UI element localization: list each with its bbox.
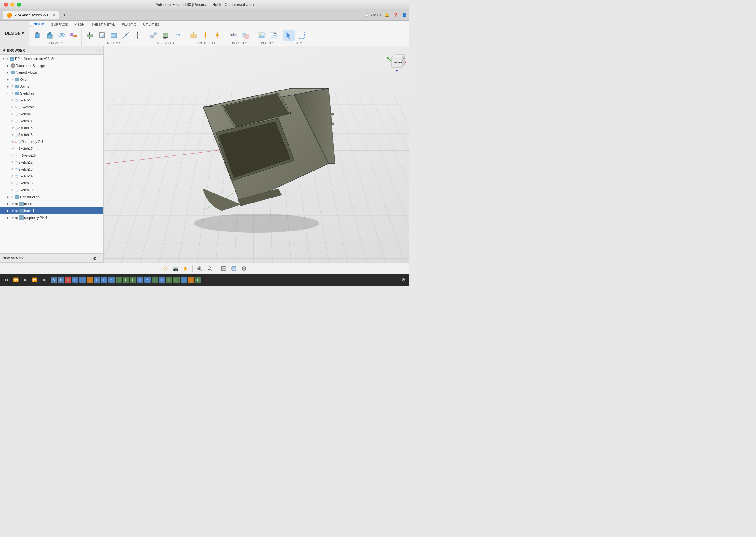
close-button[interactable] — [4, 3, 8, 7]
timeline-skip-fwd[interactable]: ⏭ — [41, 277, 48, 283]
inspect-measure-button[interactable] — [228, 29, 239, 41]
tree-item-sketch17[interactable]: 👁 ⬚ Sketch17 — [0, 145, 103, 152]
zoom-in-icon[interactable] — [195, 264, 204, 273]
back1-eye[interactable]: 👁 — [11, 209, 14, 213]
tree-item-sketch12[interactable]: 👁 ⬚ Sketch12 — [0, 159, 103, 166]
new-tab-button[interactable]: + — [60, 11, 68, 19]
timeline-item-18[interactable]: F — [173, 277, 179, 283]
tab-mesh[interactable]: MESH — [71, 22, 88, 27]
window-controls[interactable] — [4, 3, 21, 7]
sketch10-eye[interactable]: 👁 — [11, 154, 14, 157]
timeline-item-13[interactable]: E — [137, 277, 143, 283]
minimize-button[interactable] — [10, 3, 15, 7]
front1-vis-icon[interactable]: ◉ — [15, 202, 18, 206]
timeline-item-11[interactable]: F — [123, 277, 129, 283]
sidebar-resize-icon[interactable]: ⬝ — [99, 48, 101, 52]
sidebar-collapse-icon[interactable]: ◀ — [3, 48, 5, 52]
tree-item-raspberrypi4[interactable]: 👁 ⚠ ⬚ Raspberry Pi4 — [0, 138, 103, 145]
insert-svg-button[interactable]: SVG — [267, 29, 279, 41]
timeline-item-8[interactable]: E — [101, 277, 107, 283]
tab-plastic[interactable]: PLASTIC — [119, 22, 139, 27]
tab-sheet-metal[interactable]: SHEET METAL — [88, 22, 118, 27]
orbit-sun-icon[interactable] — [161, 264, 170, 273]
user-avatar[interactable]: 👤 — [402, 13, 407, 17]
tab-close-button[interactable]: ✕ — [53, 13, 55, 17]
sketch13-eye[interactable]: 👁 — [11, 168, 14, 171]
tree-item-back1[interactable]: ▶ 👁 ◉ back:1 — [0, 207, 103, 214]
tree-item-origin[interactable]: ▶ 👁 Origin — [0, 76, 103, 83]
timeline-item-9[interactable]: S — [108, 277, 115, 283]
inspect-interference-button[interactable] — [240, 29, 251, 41]
timeline-play[interactable]: ▶ — [22, 277, 28, 283]
timeline-item-20[interactable]: ⬚ — [188, 277, 194, 283]
sketch1-eye[interactable]: 👁 — [11, 99, 14, 102]
tab-solid[interactable]: SOLID — [30, 22, 47, 27]
sketch19-eye[interactable]: 👁 — [11, 188, 14, 192]
tree-item-sketch10[interactable]: 👁 ⚠ ⬚ Sketch10 — [0, 152, 103, 159]
tree-item-namedviews[interactable]: ▶ Named Views — [0, 69, 103, 76]
sketch16-eye[interactable]: 👁 — [11, 182, 14, 185]
timeline-item-15[interactable]: F — [152, 277, 158, 283]
construct-plane-button[interactable] — [188, 29, 199, 41]
timeline-item-6[interactable]: ⬚ — [87, 277, 93, 283]
timeline-item-19[interactable]: E — [180, 277, 187, 283]
tab-utilities[interactable]: UTILITIES — [140, 22, 162, 27]
tree-item-docsettings[interactable]: ▶ ⚙ Document Settings — [0, 62, 103, 69]
raspberrypi4-eye[interactable]: 👁 — [11, 140, 14, 144]
modify-fillet-button[interactable] — [96, 29, 107, 41]
tree-item-front1[interactable]: ▶ 👁 ◉ front:1 — [0, 200, 103, 207]
raspberrypi41-vis-icon[interactable]: ◉ — [15, 216, 18, 220]
front1-eye[interactable]: 👁 — [11, 202, 14, 206]
timeline-item-21[interactable]: F — [195, 277, 201, 283]
tree-item-sketch16[interactable]: 👁 ⬚ Sketch16 — [0, 180, 103, 186]
timeline-item-16[interactable]: E — [159, 277, 165, 283]
construct-axis-button[interactable] — [200, 29, 211, 41]
sketch11-eye[interactable]: 👁 — [11, 119, 14, 123]
notifications-icon[interactable]: 🔔 — [384, 13, 389, 17]
camera-icon[interactable]: 📷 — [171, 264, 180, 273]
help-icon[interactable]: ❓ — [393, 13, 398, 17]
sketches-eye[interactable]: 👁 — [11, 92, 14, 95]
tree-item-sketch19[interactable]: 👁 ⬚ Sketch19 — [0, 186, 103, 193]
assemble-motion-button[interactable] — [172, 29, 183, 41]
tree-item-raspberrypi41[interactable]: ▶ 👁 ◉ raspberry Pi4:1 — [0, 214, 103, 221]
modify-scale-button[interactable] — [120, 29, 131, 41]
create-extrude-button[interactable] — [44, 29, 56, 41]
origin-eye[interactable]: 👁 — [11, 78, 14, 81]
tree-item-sketch11[interactable]: 👁 ⬚ Sketch11 — [0, 117, 103, 124]
modify-shell-button[interactable] — [108, 29, 119, 41]
timeline-item-12[interactable]: F — [130, 277, 136, 283]
tree-item-construction[interactable]: ▶ 👁 Construction — [0, 193, 103, 200]
timeline-item-1[interactable]: S — [51, 277, 57, 283]
tree-item-sketch13[interactable]: 👁 ⬚ Sketch13 — [0, 166, 103, 173]
modify-press-pull-button[interactable] — [84, 29, 96, 41]
timeline-item-2[interactable]: S — [58, 277, 64, 283]
comments-add-icon[interactable]: ⊕ — [93, 256, 97, 261]
visual-style-icon[interactable] — [229, 264, 238, 273]
insert-image-button[interactable] — [256, 29, 267, 41]
tree-item-sketches[interactable]: ▼ 👁 Sketches — [0, 90, 103, 97]
comments-resize-icon[interactable]: ⬝ — [99, 256, 101, 260]
sketch17-eye[interactable]: 👁 — [11, 147, 14, 150]
sketch18-eye[interactable]: 👁 — [11, 126, 14, 130]
sketch12-eye[interactable]: 👁 — [11, 161, 14, 164]
tree-item-joints[interactable]: ▶ 👁 Joints — [0, 83, 103, 90]
select-button[interactable] — [284, 29, 295, 41]
tree-item-sketch15[interactable]: 👁 ⬚ Sketch15 — [0, 131, 103, 138]
timeline-prev[interactable]: ⏪ — [12, 277, 20, 283]
sketch14-eye[interactable]: 👁 — [11, 175, 14, 178]
tab-surface[interactable]: SURFACE — [48, 22, 71, 27]
construction-eye[interactable]: 👁 — [11, 195, 14, 199]
tree-item-sketch2[interactable]: 👁 ⚠ ⬚ Sketch2 — [0, 103, 103, 110]
sketch15-eye[interactable]: 👁 — [11, 133, 14, 137]
viewport[interactable]: RIGHT TOP — [103, 46, 409, 263]
timeline-item-3[interactable]: E — [65, 277, 71, 283]
tree-item-root[interactable]: ▼ 👁 ⊡ RPi4 4inch screen v21 ⦿ — [0, 55, 103, 62]
timeline-item-7[interactable]: E — [94, 277, 100, 283]
timeline-item-14[interactable]: S — [144, 277, 151, 283]
select-window-button[interactable] — [296, 29, 307, 41]
timeline-item-10[interactable]: F — [116, 277, 122, 283]
joints-eye[interactable]: 👁 — [11, 85, 14, 88]
create-new-component-button[interactable] — [32, 29, 44, 41]
timeline-item-5[interactable]: E — [79, 277, 86, 283]
